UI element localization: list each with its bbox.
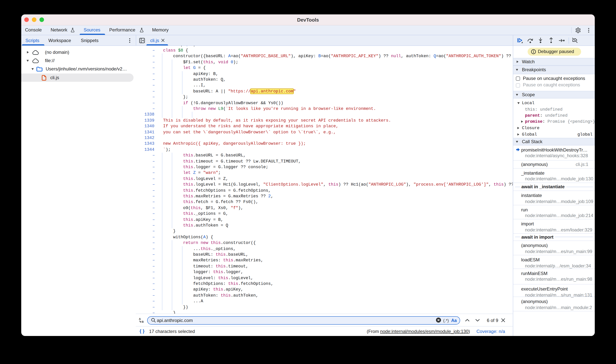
svg-text:B: B <box>141 320 144 323</box>
svg-text:A: A <box>139 317 141 320</box>
